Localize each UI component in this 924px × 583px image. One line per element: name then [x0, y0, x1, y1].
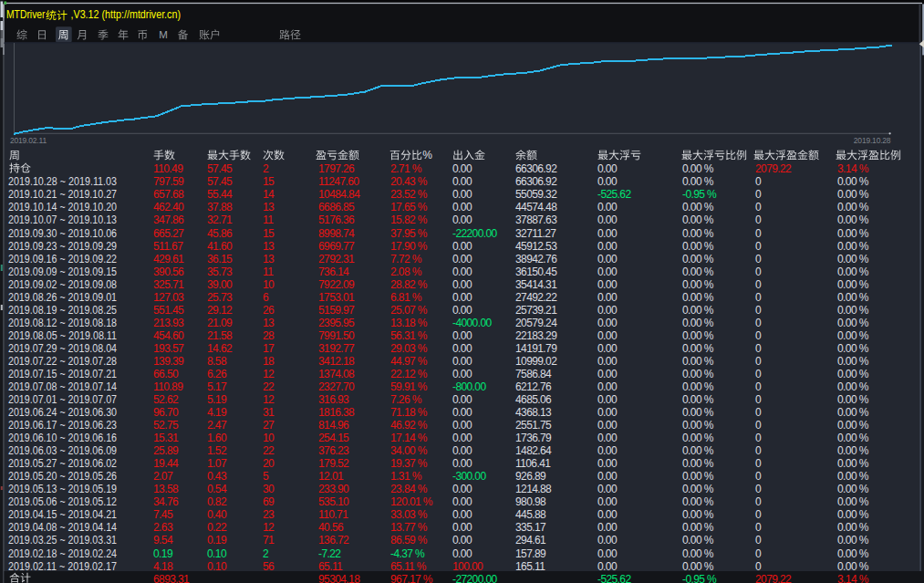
- svg-text:0.00 %: 0.00 %: [682, 393, 714, 406]
- svg-text:0.00 %: 0.00 %: [837, 483, 869, 495]
- svg-text:0.00 %: 0.00 %: [682, 444, 714, 457]
- svg-text:13: 13: [263, 253, 275, 265]
- svg-text:2019.10.07 ~ 2019.10.13: 2019.10.07 ~ 2019.10.13: [8, 213, 117, 226]
- svg-text:22.12 %: 22.12 %: [390, 368, 428, 380]
- svg-text:0.00 %: 0.00 %: [682, 265, 714, 278]
- svg-text:13: 13: [263, 240, 275, 253]
- svg-text:2: 2: [263, 547, 269, 560]
- svg-text:0: 0: [755, 278, 762, 291]
- svg-text:665.27: 665.27: [153, 227, 184, 240]
- svg-text:0.00 %: 0.00 %: [837, 355, 869, 368]
- svg-text:0: 0: [755, 329, 762, 342]
- svg-text:967.17 %: 967.17 %: [390, 573, 433, 583]
- svg-text:2.47: 2.47: [207, 419, 227, 432]
- svg-text:MTDriver: MTDriver: [6, 8, 46, 21]
- svg-text:0.00: 0.00: [452, 188, 472, 201]
- svg-text:-27200.00: -27200.00: [452, 573, 498, 583]
- svg-text:0.00 %: 0.00 %: [682, 508, 714, 521]
- svg-text:0.00 %: 0.00 %: [837, 304, 869, 317]
- svg-text:0.00 %: 0.00 %: [837, 380, 869, 393]
- svg-text:0.00: 0.00: [452, 253, 472, 265]
- svg-text:814.96: 814.96: [318, 419, 349, 432]
- svg-text:0.00: 0.00: [452, 521, 472, 534]
- svg-text:0: 0: [755, 547, 762, 560]
- svg-text:254.15: 254.15: [318, 432, 349, 444]
- svg-text:0: 0: [755, 483, 762, 495]
- svg-text:56.31 %: 56.31 %: [390, 329, 428, 342]
- svg-text:14: 14: [263, 188, 275, 201]
- svg-text:2019.02.11 ~ 2019.02.17: 2019.02.11 ~ 2019.02.17: [8, 560, 117, 573]
- svg-text:0.00 %: 0.00 %: [837, 406, 869, 419]
- svg-text:0.00: 0.00: [452, 457, 472, 470]
- svg-text:0: 0: [755, 457, 762, 470]
- svg-text:657.68: 657.68: [153, 188, 184, 201]
- svg-text:0.00 %: 0.00 %: [837, 419, 869, 432]
- svg-text:0: 0: [755, 317, 762, 329]
- svg-text:0.00 %: 0.00 %: [837, 444, 869, 457]
- svg-text:0.00: 0.00: [452, 213, 472, 226]
- svg-text:0: 0: [755, 304, 762, 317]
- svg-text:2395.95: 2395.95: [318, 317, 355, 329]
- svg-text:0.00 %: 0.00 %: [837, 291, 869, 304]
- svg-text:5: 5: [263, 470, 269, 483]
- svg-text:-0.95 %: -0.95 %: [682, 188, 717, 201]
- svg-text:136.72: 136.72: [318, 534, 349, 547]
- svg-text:0.00: 0.00: [452, 342, 472, 355]
- svg-text:15: 15: [263, 227, 275, 240]
- svg-text:0.00: 0.00: [597, 560, 618, 573]
- svg-text:4.18: 4.18: [153, 560, 173, 573]
- svg-text:7586.84: 7586.84: [515, 368, 552, 380]
- svg-text:66306.92: 66306.92: [515, 175, 557, 188]
- svg-text:2019.10.14 ~ 2019.10.20: 2019.10.14 ~ 2019.10.20: [8, 201, 117, 213]
- svg-text:38942.76: 38942.76: [515, 253, 557, 265]
- svg-text:165.11: 165.11: [515, 560, 545, 573]
- svg-text:41.60: 41.60: [207, 240, 233, 253]
- svg-text:4368.13: 4368.13: [515, 406, 552, 419]
- svg-text:22183.29: 22183.29: [515, 329, 557, 342]
- svg-text:32.71: 32.71: [207, 213, 233, 226]
- svg-text:462.40: 462.40: [153, 201, 184, 213]
- svg-text:2327.70: 2327.70: [318, 380, 355, 393]
- svg-text:23.84 %: 23.84 %: [390, 483, 428, 495]
- svg-text:325.71: 325.71: [153, 278, 184, 291]
- svg-text:37.88: 37.88: [207, 201, 233, 213]
- svg-text:127.03: 127.03: [153, 291, 184, 304]
- svg-text:0.00 %: 0.00 %: [837, 201, 869, 213]
- svg-text:25.07 %: 25.07 %: [390, 304, 428, 317]
- svg-text:0.00 %: 0.00 %: [682, 304, 714, 317]
- svg-text:736.14: 736.14: [318, 265, 349, 278]
- svg-text:0.00 %: 0.00 %: [682, 278, 714, 291]
- svg-text:55059.32: 55059.32: [515, 188, 557, 201]
- svg-text:0: 0: [755, 253, 762, 265]
- svg-text:0.00: 0.00: [597, 213, 618, 226]
- svg-text:445.88: 445.88: [515, 508, 546, 521]
- svg-text:0: 0: [755, 534, 762, 547]
- svg-text:66306.92: 66306.92: [515, 162, 557, 175]
- svg-text:25.73: 25.73: [207, 291, 233, 304]
- svg-text:0: 0: [755, 291, 762, 304]
- svg-text:0: 0: [755, 495, 762, 508]
- svg-text:0.00 %: 0.00 %: [682, 380, 714, 393]
- svg-text:40.56: 40.56: [318, 521, 344, 534]
- svg-text:5.19: 5.19: [207, 393, 227, 406]
- svg-text:57.45: 57.45: [207, 175, 233, 188]
- svg-text:0.00: 0.00: [597, 432, 618, 444]
- svg-text:14.62: 14.62: [207, 342, 233, 355]
- svg-text:26: 26: [263, 304, 275, 317]
- svg-text:7.26 %: 7.26 %: [390, 393, 422, 406]
- svg-text:6.81 %: 6.81 %: [390, 291, 422, 304]
- svg-text:0.00 %: 0.00 %: [837, 393, 869, 406]
- svg-text:0.00: 0.00: [452, 162, 472, 175]
- svg-text:0.00: 0.00: [452, 432, 472, 444]
- svg-text:0.00: 0.00: [597, 265, 618, 278]
- svg-text:59.91 %: 59.91 %: [390, 380, 428, 393]
- svg-text:0: 0: [755, 444, 762, 457]
- svg-text:13.58: 13.58: [153, 483, 179, 495]
- svg-text:179.52: 179.52: [318, 457, 349, 470]
- svg-text:-0.95 %: -0.95 %: [682, 573, 717, 583]
- svg-text:1106.41: 1106.41: [515, 457, 551, 470]
- svg-text:110.71: 110.71: [318, 508, 348, 521]
- svg-text:15.82 %: 15.82 %: [390, 213, 428, 226]
- svg-text:37887.63: 37887.63: [515, 213, 557, 226]
- svg-text:0.00 %: 0.00 %: [837, 188, 869, 201]
